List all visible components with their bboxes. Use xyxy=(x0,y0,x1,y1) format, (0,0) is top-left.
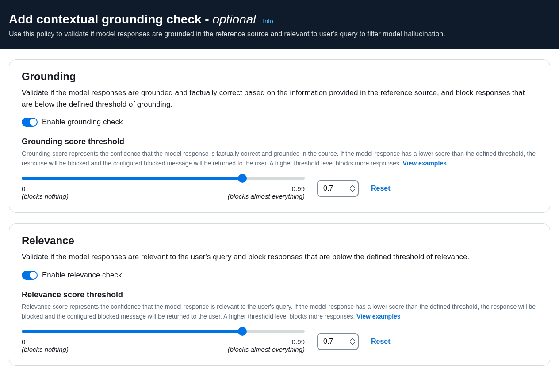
stepper-down-icon[interactable] xyxy=(350,342,355,345)
relevance-threshold-label: Relevance score threshold xyxy=(22,290,537,300)
relevance-value-input-wrap xyxy=(317,333,359,350)
page-header: Add contextual grounding check - optiona… xyxy=(0,0,559,49)
relevance-slider-thumb[interactable] xyxy=(238,327,247,336)
slider-max-label: 0.99 xyxy=(292,185,305,192)
slider-max-hint: (blocks almost everything) xyxy=(228,346,305,353)
slider-min-label: 0 xyxy=(22,185,69,192)
stepper-up-icon[interactable] xyxy=(350,338,355,342)
toggle-knob-icon xyxy=(30,119,37,126)
grounding-toggle[interactable] xyxy=(22,118,38,127)
relevance-view-examples-link[interactable]: View examples xyxy=(356,313,400,320)
grounding-slider[interactable] xyxy=(22,177,305,180)
relevance-slider[interactable] xyxy=(22,330,305,333)
relevance-title: Relevance xyxy=(22,234,537,247)
relevance-threshold-desc: Relevance score represents the confidenc… xyxy=(22,302,537,321)
grounding-panel: Grounding Validate if the model response… xyxy=(9,59,550,213)
grounding-view-examples-link[interactable]: View examples xyxy=(403,160,447,167)
stepper-up-icon[interactable] xyxy=(350,185,355,188)
grounding-reset-button[interactable]: Reset xyxy=(371,184,391,192)
page-title-prefix: Add contextual grounding check - xyxy=(9,12,212,26)
relevance-desc: Validate if the model responses are rele… xyxy=(22,251,537,263)
slider-max-label: 0.99 xyxy=(292,338,305,346)
slider-fill xyxy=(22,177,242,180)
relevance-value-input[interactable] xyxy=(323,338,345,346)
toggle-knob-icon xyxy=(30,272,37,279)
stepper-down-icon[interactable] xyxy=(350,188,355,192)
slider-fill xyxy=(22,330,242,333)
grounding-desc: Validate if the model responses are grou… xyxy=(22,87,537,110)
grounding-value-input[interactable] xyxy=(323,184,345,192)
relevance-reset-button[interactable]: Reset xyxy=(371,338,391,346)
relevance-panel: Relevance Validate if the model response… xyxy=(9,223,550,366)
grounding-slider-thumb[interactable] xyxy=(238,174,247,183)
slider-min-label: 0 xyxy=(22,338,69,346)
relevance-toggle-label: Enable relevance check xyxy=(42,271,122,280)
page-title-suffix: optional xyxy=(212,12,256,26)
grounding-value-input-wrap xyxy=(317,180,359,197)
info-link[interactable]: Info xyxy=(263,18,273,25)
grounding-threshold-desc: Grounding score represents the confidenc… xyxy=(22,149,537,168)
grounding-title: Grounding xyxy=(22,70,537,83)
grounding-threshold-label: Grounding score threshold xyxy=(22,137,537,146)
slider-min-hint: (blocks nothing) xyxy=(22,346,69,353)
page-title: Add contextual grounding check - optiona… xyxy=(9,12,259,26)
grounding-toggle-label: Enable grounding check xyxy=(42,118,123,127)
relevance-toggle[interactable] xyxy=(22,271,38,280)
page-subtitle: Use this policy to validate if model res… xyxy=(9,30,550,38)
slider-min-hint: (blocks nothing) xyxy=(22,192,69,200)
slider-max-hint: (blocks almost everything) xyxy=(228,192,305,200)
